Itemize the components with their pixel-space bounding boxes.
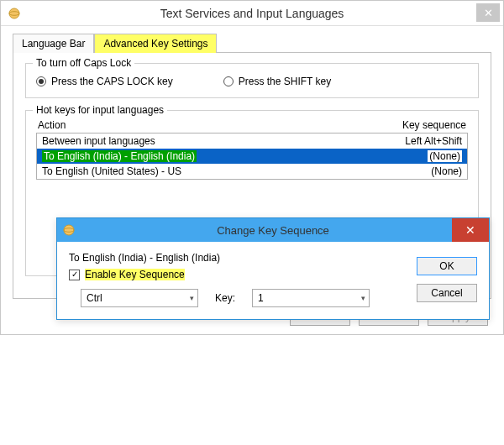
svg-point-0 [9, 8, 19, 18]
list-action: To English (India) - English (India) [42, 150, 428, 162]
radio-shift[interactable]: Press the SHIFT key [223, 76, 331, 87]
list-item[interactable]: To English (United States) - US (None) [37, 164, 467, 179]
main-window: Text Services and Input Languages ✕ Lang… [0, 0, 504, 335]
hotkeys-list: Between input languages Left Alt+Shift T… [36, 133, 468, 180]
radio-shift-indicator [223, 76, 234, 86]
modal-cancel-button[interactable]: Cancel [417, 284, 477, 302]
hotkeys-header: Action Key sequence [36, 119, 468, 133]
list-keyseq: Left Alt+Shift [405, 135, 462, 147]
modal-title-bar: Change Key Sequence ✕ [57, 218, 489, 242]
main-close-button[interactable]: ✕ [476, 3, 500, 22]
enable-key-sequence-checkbox[interactable]: ✓ Enable Key Sequence [69, 269, 403, 280]
key-select[interactable]: 1 ▾ [252, 289, 370, 307]
main-title: Text Services and Input Languages [160, 7, 344, 20]
list-action: Between input languages [42, 135, 405, 147]
change-key-sequence-dialog: Change Key Sequence ✕ To English (India)… [56, 217, 490, 320]
list-action: To English (United States) - US [42, 165, 431, 177]
tab-advanced-key-settings[interactable]: Advanced Key Settings [94, 34, 217, 53]
caps-lock-group-title: To turn off Caps Lock [33, 57, 134, 69]
key-value: 1 [258, 292, 264, 304]
tabs-row: Language Bar Advanced Key Settings [13, 34, 491, 53]
list-keyseq: (None) [431, 165, 462, 177]
modal-title: Change Key Sequence [217, 224, 329, 237]
app-icon [8, 7, 21, 20]
list-item-selected[interactable]: To English (India) - English (India) (No… [37, 149, 467, 164]
radio-caps-lock-label: Press the CAPS LOCK key [51, 76, 173, 87]
main-title-bar: Text Services and Input Languages ✕ [1, 1, 503, 26]
radio-caps-lock[interactable]: Press the CAPS LOCK key [36, 76, 173, 87]
modal-close-button[interactable]: ✕ [452, 218, 489, 242]
modal-left: To English (India) - English (India) ✓ E… [69, 252, 403, 307]
modifier-value: Ctrl [87, 292, 102, 304]
enable-key-sequence-label: Enable Key Sequence [85, 269, 185, 280]
svg-point-2 [64, 225, 74, 235]
chevron-down-icon: ▾ [190, 294, 194, 302]
modal-app-icon [62, 223, 76, 237]
hotkeys-group-title: Hot keys for input languages [33, 104, 167, 116]
modal-target-label: To English (India) - English (India) [69, 252, 403, 264]
radio-caps-lock-indicator [36, 76, 46, 86]
modifier-select[interactable]: Ctrl ▾ [81, 289, 198, 307]
key-label: Key: [215, 292, 235, 304]
radio-shift-label: Press the SHIFT key [239, 76, 331, 87]
checkbox-indicator: ✓ [69, 270, 80, 280]
col-action: Action [38, 119, 66, 131]
tab-language-bar[interactable]: Language Bar [13, 34, 94, 53]
list-keyseq: (None) [428, 150, 462, 162]
caps-lock-group: To turn off Caps Lock Press the CAPS LOC… [25, 63, 479, 98]
modal-ok-button[interactable]: OK [417, 257, 477, 275]
modal-body: To English (India) - English (India) ✓ E… [57, 242, 489, 319]
list-item[interactable]: Between input languages Left Alt+Shift [37, 134, 467, 149]
modal-button-col: OK Cancel [403, 252, 477, 307]
select-row: Ctrl ▾ Key: 1 ▾ [81, 289, 403, 307]
chevron-down-icon: ▾ [361, 294, 365, 302]
col-keyseq: Key sequence [402, 119, 466, 131]
